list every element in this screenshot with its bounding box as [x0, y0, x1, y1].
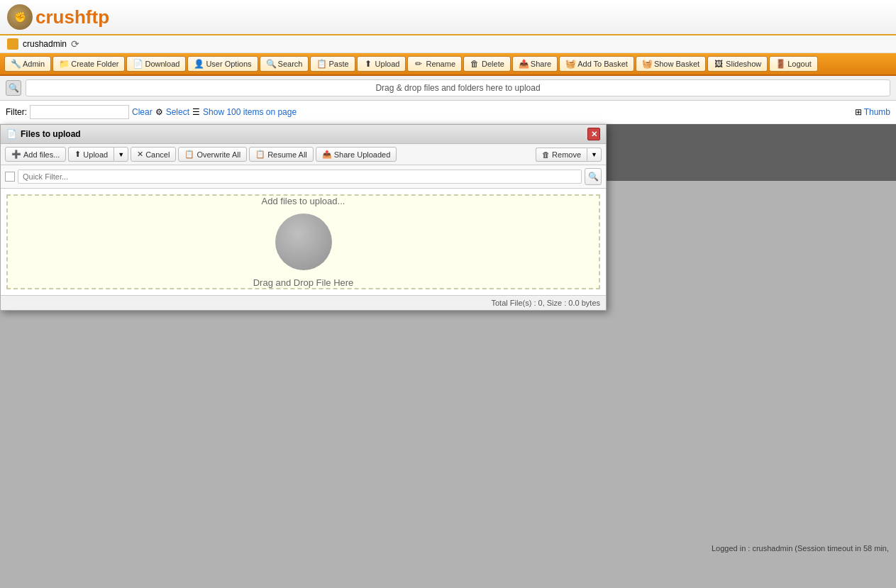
paste-label: Paste — [328, 60, 348, 68]
add-files-button[interactable]: ➕ Add files... — [5, 147, 66, 162]
delete-button[interactable]: 🗑 Delete — [463, 56, 511, 72]
logout-icon: 🚪 — [775, 59, 785, 69]
select-link[interactable]: Select — [166, 107, 189, 117]
quick-filter-input[interactable] — [18, 170, 582, 184]
thumbnail-label[interactable]: Thumb — [864, 107, 890, 117]
filter-gear-icon: ⚙ — [155, 107, 163, 117]
breadcrumb-user: crushadmin — [23, 39, 67, 49]
search-area-icon[interactable]: 🔍 — [6, 80, 21, 96]
logo-ftp: ftp — [86, 6, 109, 28]
modal-titlebar: 📄 Files to upload ✕ — [1, 125, 606, 144]
remove-button[interactable]: 🗑 Remove — [536, 148, 587, 162]
header: ✊ crushftp — [0, 0, 896, 35]
modal-file-icon: 📄 — [6, 129, 17, 139]
filter-list-icon: ☰ — [192, 107, 200, 117]
upload-label: Upload — [375, 60, 400, 68]
modal-footer: Total File(s) : 0, Size : 0.0 bytes — [1, 295, 606, 310]
remove-label: Remove — [552, 150, 581, 159]
create-folder-button[interactable]: 📁 Create Folder — [52, 56, 125, 72]
search-label: Search — [278, 60, 303, 68]
modal-upload-icon: ⬆ — [74, 150, 81, 159]
user-options-button[interactable]: 👤 User Options — [187, 56, 258, 72]
logo: ✊ crushftp — [7, 4, 109, 30]
add-files-label: Add files... — [23, 150, 60, 159]
quick-filter-search-button[interactable]: 🔍 — [585, 168, 602, 185]
add-to-basket-button[interactable]: 🧺 Add To Basket — [559, 56, 634, 72]
footer-size-label: Size : — [547, 299, 567, 307]
logo-text: crushftp — [35, 6, 109, 28]
filter-bar: Filter: Clear ⚙ Select ☰ Show 100 items … — [0, 101, 896, 124]
main-content: 📄 Files to upload ✕ ➕ Add files... ⬆ Upl… — [0, 124, 896, 588]
slideshow-icon: 🖼 — [714, 59, 724, 69]
admin-label: Admin — [23, 60, 45, 68]
admin-button[interactable]: 🔧 Admin — [4, 56, 51, 72]
resume-icon: 📋 — [255, 150, 265, 159]
cancel-icon: ✕ — [137, 150, 143, 159]
modal-close-button[interactable]: ✕ — [587, 128, 600, 140]
download-label: Download — [145, 60, 179, 68]
share-button[interactable]: 📤 Share — [512, 56, 558, 72]
home-icon — [7, 38, 18, 50]
share-uploaded-button[interactable]: 📤 Share Uploaded — [316, 147, 397, 162]
rename-icon: ✏ — [414, 59, 424, 69]
upload-btn-group: ⬆ Upload ▼ — [68, 147, 128, 162]
add-files-hint: Add files to upload... — [262, 196, 345, 206]
user-options-label: User Options — [206, 60, 251, 68]
rename-button[interactable]: ✏ Rename — [407, 56, 462, 72]
slideshow-label: Slideshow — [726, 60, 761, 68]
search-area: 🔍 Drag & drop files and folders here to … — [0, 76, 896, 101]
rename-label: Rename — [426, 60, 455, 68]
clear-link[interactable]: Clear — [132, 107, 153, 117]
user-options-icon: 👤 — [194, 59, 204, 69]
remove-dropdown[interactable]: ▼ — [587, 148, 602, 162]
download-button[interactable]: 📄 Download — [126, 56, 186, 72]
upload-icon: ⬆ — [363, 59, 373, 69]
quick-filter-search-icon: 🔍 — [588, 172, 599, 182]
footer-count: 0, — [538, 299, 545, 307]
create-folder-icon: 📁 — [59, 59, 69, 69]
delete-icon: 🗑 — [470, 59, 480, 69]
add-to-basket-label: Add To Basket — [577, 60, 628, 68]
upload-button[interactable]: ⬆ Upload — [357, 56, 406, 72]
delete-label: Delete — [482, 60, 504, 68]
search-button[interactable]: 🔍 Search — [260, 56, 309, 72]
thumbnail-toggle[interactable]: ⊞ Thumb — [855, 107, 890, 117]
search-icon: 🔍 — [266, 59, 276, 69]
add-files-icon: ➕ — [11, 150, 21, 159]
drop-zone[interactable]: Add files to upload... Drag and Drop Fil… — [6, 194, 600, 289]
remove-btn-group: 🗑 Remove ▼ — [536, 148, 602, 162]
create-folder-label: Create Folder — [71, 60, 118, 68]
paste-button[interactable]: 📋 Paste — [310, 56, 355, 72]
share-icon: 📤 — [519, 59, 529, 69]
logout-button[interactable]: 🚪 Logout — [769, 56, 818, 72]
logo-fist-icon: ✊ — [14, 11, 26, 23]
modal-upload-dropdown[interactable]: ▼ — [114, 147, 128, 162]
modal-upload-label: Upload — [83, 150, 108, 159]
resume-all-button[interactable]: 📋 Resume All — [249, 147, 314, 162]
download-icon: 📄 — [133, 59, 143, 69]
select-all-checkbox[interactable] — [5, 172, 15, 182]
add-to-basket-icon: 🧺 — [565, 59, 575, 69]
breadcrumb: crushadmin ⟳ — [0, 35, 896, 53]
logo-crush: crush — [35, 6, 86, 28]
modal-upload-button[interactable]: ⬆ Upload — [68, 147, 114, 162]
drag-drop-area: Drag & drop files and folders here to up… — [26, 79, 890, 96]
share-label: Share — [531, 60, 551, 68]
show-items-link[interactable]: Show 100 items on page — [203, 107, 297, 117]
logout-label: Logout — [787, 60, 812, 68]
overwrite-label: Overwrite All — [197, 150, 240, 159]
drag-drop-hint: Drag and Drop File Here — [253, 277, 354, 288]
quick-filter-bar: 🔍 — [1, 165, 606, 189]
drag-drop-text: Drag & drop files and folders here to up… — [375, 83, 540, 93]
modal-title: Files to upload — [21, 129, 81, 139]
close-icon: ✕ — [591, 130, 597, 139]
overwrite-all-button[interactable]: 📋 Overwrite All — [178, 147, 247, 162]
show-basket-button[interactable]: 🧺 Show Basket — [636, 56, 706, 72]
modal-title-left: 📄 Files to upload — [6, 129, 81, 139]
filter-input[interactable] — [30, 105, 129, 119]
slideshow-button[interactable]: 🖼 Slideshow — [707, 56, 768, 72]
cancel-button[interactable]: ✕ Cancel — [131, 147, 176, 162]
refresh-icon[interactable]: ⟳ — [71, 38, 79, 50]
toolbar: 🔧 Admin 📁 Create Folder 📄 Download 👤 Use… — [0, 53, 896, 76]
remove-icon: 🗑 — [542, 150, 550, 159]
